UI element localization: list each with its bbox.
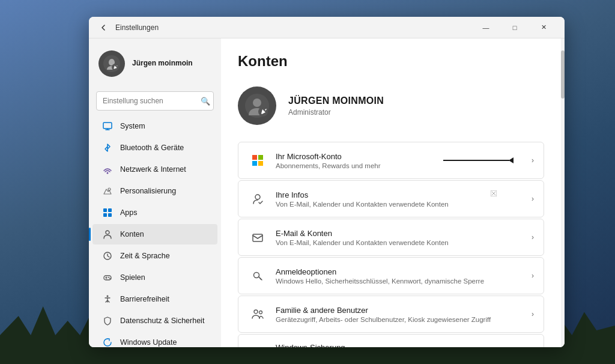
scrollbar-track[interactable] <box>561 38 565 347</box>
profile-avatar <box>238 86 276 125</box>
ms-konto-subtitle: Abonnements, Rewards und mehr <box>276 162 381 169</box>
search-box: 🔍 <box>96 91 214 111</box>
email-subtitle: Von E-Mail, Kalender und Kontakten verwe… <box>276 239 449 246</box>
svg-point-16 <box>253 99 261 107</box>
back-button[interactable] <box>96 20 111 35</box>
svg-rect-5 <box>103 208 107 212</box>
main-content: Konten JÜRGEN MOINMOIN Ad <box>221 38 561 347</box>
ms-grid-icon <box>248 151 267 170</box>
menu-item-ms-konto[interactable]: Ihr Microsoft-Konto Abonnements, Rewards… <box>238 142 544 179</box>
accessibility-icon <box>102 294 113 305</box>
svg-point-27 <box>259 311 262 314</box>
arrow-annotation-ms <box>443 157 514 163</box>
menu-list: Ihr Microsoft-Konto Abonnements, Rewards… <box>238 142 544 347</box>
svg-point-4 <box>108 188 111 190</box>
sicherung-text: Windows-Sicherung Sichern Sie Ihre Datei… <box>276 343 532 347</box>
user-name-label: Jürgen moinmoin <box>132 59 193 68</box>
sidebar-item-bluetooth[interactable]: Bluetooth & Geräte <box>92 138 217 158</box>
sidebar-label-update: Windows Update <box>120 338 177 347</box>
family-icon <box>248 305 267 324</box>
menu-item-anmeldung[interactable]: Anmeldeoptionen Windows Hello, Sicherhei… <box>238 257 544 294</box>
anmeldung-title: Anmeldeoptionen <box>276 267 484 276</box>
privacy-icon <box>102 315 113 326</box>
svg-rect-6 <box>108 208 112 212</box>
time-icon <box>102 250 113 261</box>
network-icon <box>102 164 113 175</box>
chevron-right-icon-3: › <box>532 233 534 241</box>
sidebar-item-gaming[interactable]: Spielen <box>92 267 217 288</box>
chevron-right-icon-5: › <box>532 310 534 318</box>
svg-rect-24 <box>253 234 262 241</box>
email-icon <box>248 228 267 247</box>
maximize-button[interactable]: □ <box>501 18 529 37</box>
svg-rect-21 <box>258 161 263 166</box>
sidebar-item-konten[interactable]: Konten <box>92 224 217 244</box>
profile-name: JÜRGEN MOINMOIN <box>288 96 384 106</box>
sidebar-label-network: Netzwerk & Internet <box>120 165 186 174</box>
svg-rect-8 <box>108 213 112 217</box>
sidebar-label-apps: Apps <box>120 208 138 217</box>
svg-point-26 <box>254 310 258 314</box>
anmeldung-text: Anmeldeoptionen Windows Hello, Sicherhei… <box>276 267 484 285</box>
svg-point-22 <box>255 195 260 199</box>
ms-konto-title: Ihr Microsoft-Konto <box>276 152 381 161</box>
ihre-infos-subtitle: Von E-Mail, Kalender und Kontakten verwe… <box>276 201 449 208</box>
svg-rect-18 <box>252 155 257 160</box>
email-title: E-Mail & Konten <box>276 229 449 238</box>
chevron-right-icon: › <box>532 156 534 165</box>
sidebar-label-bluetooth: Bluetooth & Geräte <box>120 144 184 152</box>
scrollbar-thumb[interactable] <box>561 50 565 99</box>
menu-item-ihre-infos[interactable]: Ihre Infos Von E-Mail, Kalender und Kont… <box>238 180 544 217</box>
sidebar-label-system: System <box>120 122 145 130</box>
sidebar-item-network[interactable]: Netzwerk & Internet <box>92 159 217 180</box>
sidebar-item-personalization[interactable]: Personalisierung <box>92 181 217 201</box>
sidebar-item-system[interactable]: System <box>92 116 217 136</box>
minimize-button[interactable]: — <box>472 18 500 37</box>
profile-card: JÜRGEN MOINMOIN Administrator <box>238 82 544 130</box>
chevron-right-icon-4: › <box>532 271 534 280</box>
svg-rect-19 <box>258 155 263 160</box>
content-area: Jürgen moinmoin 🔍 System <box>89 38 565 347</box>
menu-item-sicherung[interactable]: Windows-Sicherung Sichern Sie Ihre Datei… <box>238 334 544 347</box>
menu-item-email[interactable]: E-Mail & Konten Von E-Mail, Kalender und… <box>238 219 544 256</box>
bluetooth-icon <box>102 142 113 153</box>
page-title: Konten <box>238 53 544 70</box>
menu-item-familie[interactable]: Familie & andere Benutzer Gerätezugriff,… <box>238 296 544 333</box>
person-info-icon <box>248 189 267 208</box>
sidebar-item-update[interactable]: Windows Update <box>92 332 217 347</box>
sidebar-label-accessibility: Barrierefreiheit <box>120 295 169 303</box>
window-controls: — □ ✕ <box>472 18 557 37</box>
sidebar-item-privacy[interactable]: Datenschutz & Sicherheit <box>92 311 217 331</box>
ihre-infos-title: Ihre Infos <box>276 190 449 199</box>
ihre-infos-text: Ihre Infos Von E-Mail, Kalender und Kont… <box>276 190 449 208</box>
sidebar-label-privacy: Datenschutz & Sicherheit <box>120 317 204 325</box>
sidebar: Jürgen moinmoin 🔍 System <box>89 38 221 347</box>
update-icon <box>102 337 113 347</box>
svg-point-9 <box>106 231 109 234</box>
sidebar-item-accessibility[interactable]: Barrierefreiheit <box>92 289 217 309</box>
sidebar-label-gaming: Spielen <box>120 273 145 282</box>
backup-icon <box>248 346 267 348</box>
avatar <box>98 50 125 77</box>
svg-point-13 <box>109 278 111 279</box>
familie-subtitle: Gerätezugriff, Arbeits- oder Schulbenutz… <box>276 316 491 323</box>
arrow-line <box>443 160 509 161</box>
search-input[interactable] <box>96 91 214 111</box>
arrow-head <box>509 157 514 163</box>
gaming-icon <box>102 272 113 283</box>
sicherung-title: Windows-Sicherung <box>276 343 532 347</box>
close-button[interactable]: ✕ <box>530 18 557 37</box>
chevron-right-icon-2: › <box>532 195 534 203</box>
profile-role: Administrator <box>288 108 384 117</box>
svg-point-14 <box>107 296 109 297</box>
sidebar-item-time[interactable]: Zeit & Sprache <box>92 246 217 266</box>
key-icon <box>248 266 267 285</box>
window-title: Einstellungen <box>115 23 159 32</box>
titlebar: Einstellungen — □ ✕ <box>89 17 565 38</box>
apps-icon <box>102 207 113 218</box>
svg-rect-20 <box>252 161 257 166</box>
svg-rect-2 <box>103 123 112 129</box>
anmeldung-subtitle: Windows Hello, Sicherheitsschlüssel, Ken… <box>276 278 484 285</box>
sidebar-item-apps[interactable]: Apps <box>92 202 217 223</box>
profile-info: JÜRGEN MOINMOIN Administrator <box>288 96 384 117</box>
